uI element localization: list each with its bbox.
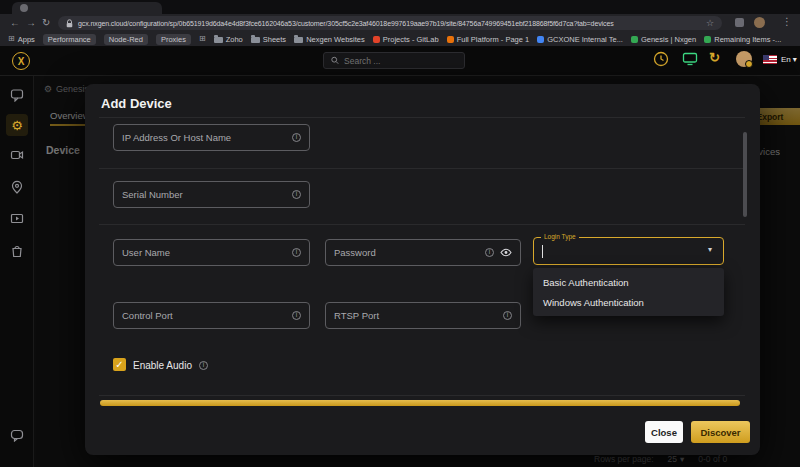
bookmark-label: Genesis | Nxgen [641, 35, 696, 44]
tab-favicon-icon [20, 4, 28, 12]
menu-item-basic-authentication[interactable]: Basic Authentication [533, 272, 724, 292]
bookmark-label: Full Platform - Page 1 [457, 35, 530, 44]
map-pin-icon[interactable] [10, 180, 24, 194]
user-avatar[interactable] [736, 51, 752, 67]
monitor-icon[interactable] [682, 52, 698, 66]
rtsp-port-label: RTSP Port [334, 310, 379, 321]
menu-item-windows-authentication[interactable]: Windows Authentication [533, 292, 724, 312]
address-bar[interactable]: gcx.nxgen.cloud/configuration/sp/0b65191… [58, 16, 722, 30]
info-icon: i [292, 311, 301, 320]
chat-icon[interactable] [10, 428, 24, 442]
bookmark-proxies[interactable]: Proxies [156, 34, 191, 45]
language-selector[interactable]: En▾ [781, 55, 797, 64]
bookmark-label: Remaining Items -... [714, 35, 781, 44]
add-device-modal: Add Device IP Address Or Host Name i Ser… [85, 84, 760, 455]
bookmark-label: Apps [18, 35, 35, 44]
folder-icon [251, 37, 260, 43]
ip-address-field[interactable]: IP Address Or Host Name i [113, 124, 310, 151]
bookmark-gitlab[interactable]: Projects - GitLab [373, 35, 439, 44]
close-button[interactable]: Close [645, 421, 683, 443]
bookmark-apps[interactable]: ⊞Apps [8, 35, 35, 44]
bookmark-performance[interactable]: Performance [43, 34, 96, 45]
login-type-menu: Basic Authentication Windows Authenticat… [533, 268, 724, 316]
bookmark-folder-sheets[interactable]: Sheets [251, 35, 286, 44]
login-type-select[interactable] [533, 237, 724, 265]
username-field[interactable]: User Name i [113, 239, 310, 266]
username-label: User Name [122, 247, 170, 258]
gear-glyph: ⚙ [11, 118, 23, 133]
extension-icon[interactable] [735, 18, 744, 27]
bookmark-remaining-items[interactable]: Remaining Items -... [704, 35, 781, 44]
back-icon[interactable]: ← [10, 17, 20, 29]
divider [99, 395, 745, 396]
bookmark-node-red[interactable]: Node-Red [104, 34, 148, 45]
folder-icon [214, 37, 223, 43]
us-flag-icon [763, 55, 777, 64]
search-input[interactable] [344, 56, 457, 66]
shopping-bag-icon[interactable] [10, 244, 24, 258]
browser-tab-strip [0, 0, 800, 14]
enable-audio-checkbox[interactable]: ✓ [113, 358, 126, 371]
text-caret [542, 245, 543, 258]
modal-title: Add Device [101, 96, 172, 111]
bookmark-label: Zoho [226, 35, 243, 44]
control-port-field[interactable]: Control Port i [113, 302, 310, 329]
bookmark-label: Nexgen Websites [306, 35, 365, 44]
password-field[interactable]: Password i [325, 239, 521, 266]
genesis-icon [631, 36, 638, 43]
info-icon: i [292, 190, 301, 199]
url-text: gcx.nxgen.cloud/configuration/sp/0b65191… [78, 20, 614, 27]
discover-button[interactable]: Discover [691, 421, 750, 443]
chevron-down-icon: ▾ [793, 55, 797, 64]
browser-tab[interactable] [12, 2, 162, 14]
rtsp-port-field[interactable]: RTSP Port i [325, 302, 521, 329]
folder-icon [294, 37, 303, 43]
camera-icon[interactable] [10, 148, 24, 162]
language-label: En [781, 55, 791, 64]
bookmark-label: Node-Red [109, 35, 143, 44]
select-chevron-icon[interactable]: ▾ [708, 245, 712, 254]
global-search[interactable] [323, 52, 465, 69]
video-wall-icon[interactable] [10, 212, 24, 226]
forward-icon[interactable]: → [26, 17, 36, 29]
browser-toolbar: ← → ↻ gcx.nxgen.cloud/configuration/sp/0… [0, 14, 800, 32]
serial-number-field[interactable]: Serial Number i [113, 181, 310, 208]
bookmark-folder-zoho[interactable]: Zoho [214, 35, 243, 44]
bookmark-label: Proxies [161, 35, 186, 44]
bookmark-label: Sheets [263, 35, 286, 44]
enable-audio-label: Enable Audio [133, 360, 192, 371]
info-icon: i [503, 311, 512, 320]
remaining-items-icon [704, 36, 711, 43]
bookmark-label: Performance [48, 35, 91, 44]
browser-profile-avatar[interactable] [754, 17, 765, 28]
settings-icon[interactable]: ⚙ [6, 114, 28, 136]
bookmark-label: GCXONE Internal Te... [547, 35, 623, 44]
screen: ← → ↻ gcx.nxgen.cloud/configuration/sp/0… [0, 0, 800, 467]
divider [99, 224, 745, 225]
bookmark-genesis-nxgen[interactable]: Genesis | Nxgen [631, 35, 696, 44]
messages-icon[interactable] [10, 88, 24, 102]
reload-icon[interactable]: ↻ [42, 17, 50, 29]
browser-menu-icon[interactable]: ⋮ [782, 16, 792, 27]
eye-icon[interactable] [500, 248, 512, 257]
apps-grid-icon: ⊞ [8, 35, 15, 43]
full-platform-icon [447, 36, 454, 43]
horizontal-scrollbar[interactable] [100, 400, 740, 406]
bookmark-gcxone-internal[interactable]: GCXONE Internal Te... [537, 35, 623, 44]
bookmark-folder-nexgen-websites[interactable]: Nexgen Websites [294, 35, 365, 44]
ip-address-label: IP Address Or Host Name [122, 132, 231, 143]
divider [99, 117, 745, 118]
bookmark-full-platform[interactable]: Full Platform - Page 1 [447, 35, 530, 44]
sidebar: ⚙ [0, 76, 34, 467]
info-icon: i [199, 361, 208, 370]
modal-scrollbar[interactable] [743, 132, 747, 217]
password-label: Password [334, 247, 376, 258]
app-logo[interactable]: X [12, 52, 30, 70]
clock-icon[interactable] [653, 51, 669, 67]
refresh-icon[interactable]: ↻ [709, 50, 720, 65]
bookmark-star-icon[interactable]: ☆ [706, 18, 714, 28]
bookmark-grid-icon[interactable]: ⊞ [199, 35, 206, 43]
serial-number-label: Serial Number [122, 189, 183, 200]
info-icon: i [292, 248, 301, 257]
gitlab-icon [373, 36, 380, 43]
